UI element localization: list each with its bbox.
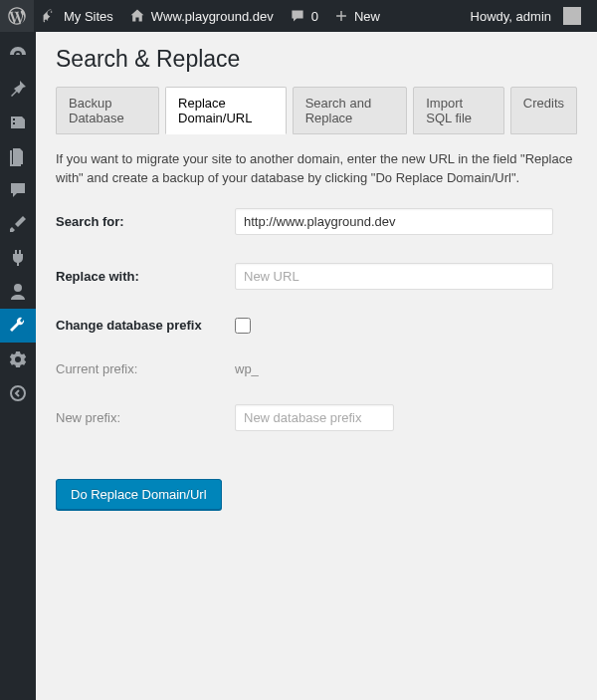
site-name-link[interactable]: Www.playground.dev — [121, 0, 282, 32]
menu-dashboard[interactable] — [0, 38, 36, 72]
new-label: New — [354, 9, 380, 24]
wrench-icon — [8, 316, 28, 336]
comments-link[interactable]: 0 — [282, 0, 326, 32]
wordpress-icon — [8, 7, 26, 25]
new-prefix-input[interactable] — [235, 404, 394, 431]
tab-backup-database[interactable]: Backup Database — [56, 87, 159, 134]
tab-description: If you want to migrate your site to anot… — [56, 150, 577, 188]
menu-posts[interactable] — [0, 72, 36, 106]
tab-credits[interactable]: Credits — [510, 87, 577, 134]
site-name-label: Www.playground.dev — [151, 9, 274, 24]
my-sites-label: My Sites — [64, 9, 113, 24]
change-prefix-label: Change database prefix — [56, 318, 235, 333]
plus-icon — [334, 9, 348, 23]
new-prefix-label: New prefix: — [56, 410, 235, 425]
menu-pages[interactable] — [0, 139, 36, 173]
menu-collapse[interactable] — [0, 376, 36, 410]
comments-icon — [8, 180, 28, 200]
avatar — [563, 7, 581, 25]
wp-logo[interactable] — [0, 0, 34, 32]
current-prefix-value: wp_ — [235, 361, 259, 376]
page-title: Search & Replace — [56, 46, 577, 73]
menu-users[interactable] — [0, 275, 36, 309]
menu-appearance[interactable] — [0, 207, 36, 241]
submit-button[interactable]: Do Replace Domain/Url — [56, 479, 222, 510]
admin-sidemenu — [0, 32, 36, 700]
tab-replace-domain-url[interactable]: Replace Domain/URL — [165, 87, 287, 134]
my-sites-link[interactable]: My Sites — [34, 0, 121, 32]
admin-key-icon — [42, 8, 58, 24]
row-search-for: Search for: — [56, 208, 577, 235]
collapse-icon — [8, 383, 28, 403]
content-area: Search & Replace Backup Database Replace… — [36, 32, 597, 700]
settings-icon — [8, 350, 28, 369]
plugin-icon — [8, 248, 28, 268]
row-current-prefix: Current prefix: wp_ — [56, 361, 577, 376]
svg-point-0 — [11, 386, 25, 400]
current-prefix-label: Current prefix: — [56, 361, 235, 376]
search-for-input[interactable] — [235, 208, 553, 235]
user-icon — [8, 282, 28, 302]
row-replace-with: Replace with: — [56, 263, 577, 290]
menu-plugins[interactable] — [0, 241, 36, 275]
pin-icon — [8, 79, 28, 99]
howdy-link[interactable]: Howdy, admin — [463, 0, 589, 32]
dashboard-icon — [8, 45, 28, 65]
home-icon — [129, 8, 145, 24]
menu-comments[interactable] — [0, 173, 36, 207]
change-prefix-checkbox[interactable] — [235, 318, 251, 334]
howdy-label: Howdy, admin — [471, 9, 551, 24]
brush-icon — [8, 214, 28, 234]
row-change-prefix: Change database prefix — [56, 318, 577, 334]
replace-with-input[interactable] — [235, 263, 553, 290]
tab-import-sql-file[interactable]: Import SQL file — [413, 87, 504, 134]
menu-settings[interactable] — [0, 343, 36, 376]
pages-icon — [8, 146, 28, 166]
media-icon — [8, 113, 28, 132]
replace-with-label: Replace with: — [56, 269, 235, 284]
row-new-prefix: New prefix: — [56, 404, 577, 431]
new-link[interactable]: New — [326, 0, 388, 32]
comment-icon — [290, 8, 305, 24]
menu-tools[interactable] — [0, 309, 36, 343]
tab-search-and-replace[interactable]: Search and Replace — [293, 87, 408, 134]
menu-media[interactable] — [0, 106, 36, 139]
comments-count: 0 — [311, 9, 318, 24]
admin-bar: My Sites Www.playground.dev 0 New Howdy,… — [0, 0, 597, 32]
search-for-label: Search for: — [56, 214, 235, 229]
tab-nav: Backup Database Replace Domain/URL Searc… — [56, 87, 577, 134]
